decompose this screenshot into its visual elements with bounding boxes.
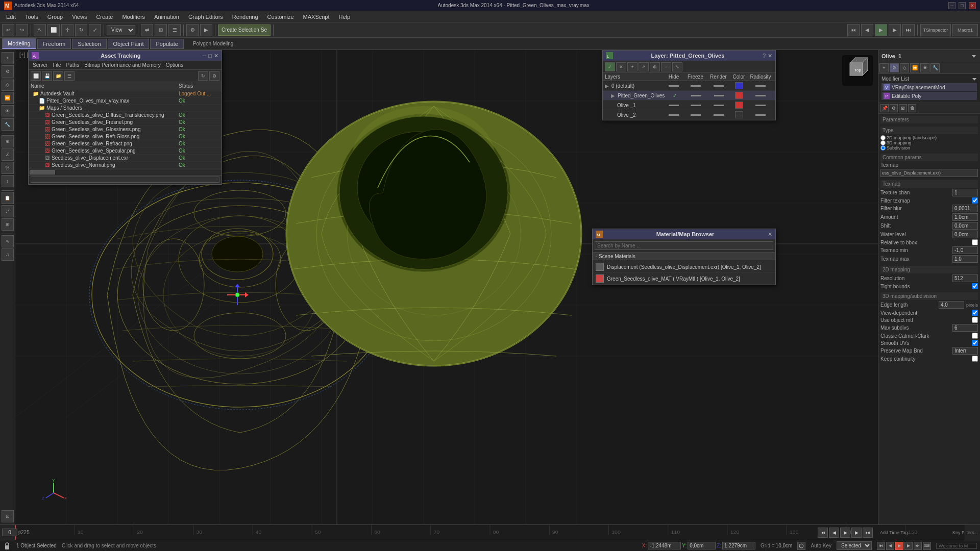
at-row-fresnel[interactable]: 🖼 Green_Seedless_olive_Fresnel.png Ok: [29, 119, 222, 126]
resolution-value[interactable]: 512: [952, 274, 978, 282]
at-row-glossiness[interactable]: 🖼 Green_Seedless_olive_Glossiness.png Ok: [29, 126, 222, 133]
layer-default-color-cell[interactable]: [730, 82, 748, 89]
smooth-uvs-checkbox[interactable]: [972, 340, 978, 346]
edge-length-value[interactable]: 4,0: [939, 301, 964, 309]
macro1-button[interactable]: Macro1: [952, 24, 978, 36]
minimize-button[interactable]: ─: [948, 2, 955, 9]
close-button[interactable]: ✕: [969, 2, 976, 9]
modifier-vray[interactable]: V VRayDisplacementMod: [881, 83, 977, 91]
relative-bbox-checkbox[interactable]: [972, 239, 978, 245]
selected-dropdown[interactable]: Selected All None: [837, 541, 872, 550]
display-tab[interactable]: 👁: [920, 63, 929, 72]
at-row-specular[interactable]: 🖼 Green_Seedless_olive_Specular.png Ok: [29, 147, 222, 155]
at-row-normal[interactable]: 🖼 Seedless_olive_Normal.png Ok: [29, 162, 222, 169]
playback-prev-button[interactable]: ◀: [861, 24, 873, 36]
at-btn-2[interactable]: 💾: [42, 71, 52, 81]
status-prev-button[interactable]: ◀: [886, 542, 894, 550]
layer-manager-close[interactable]: ✕: [768, 53, 772, 59]
status-next-button[interactable]: ▶: [904, 542, 913, 550]
playback-next-button[interactable]: ▶: [889, 24, 901, 36]
menu-modifiers[interactable]: Modifiers: [118, 13, 149, 21]
viewport[interactable]: [+] [Orthographic] [Shaded + Edged Faces…: [15, 50, 878, 524]
at-menu-paths[interactable]: Paths: [64, 62, 82, 68]
create-tab[interactable]: +: [879, 63, 889, 72]
layer-olive2-color-cell[interactable]: [730, 111, 748, 118]
type-3d-radio[interactable]: [880, 140, 886, 145]
status-play-button[interactable]: ▶: [895, 542, 903, 550]
y-coord[interactable]: 0,0cm: [688, 542, 716, 549]
select-move-button[interactable]: ✛: [61, 24, 74, 36]
at-row-displacement[interactable]: 🖼 Seedless_olive_Displacement.exr Ok: [29, 155, 222, 162]
asset-tracking-title-bar[interactable]: A Asset Tracking ─ □ ✕: [29, 51, 222, 61]
modify-tab[interactable]: ⚙: [890, 63, 899, 72]
tab-populate[interactable]: Populate: [150, 39, 183, 49]
array-button[interactable]: ⊞: [2, 218, 14, 231]
curve-editor-button[interactable]: ∿: [2, 235, 14, 247]
material-vray[interactable]: Green_Seedless_olive_MAT ( VRayMtl ) [Ol…: [593, 273, 775, 285]
max-subdivs-value[interactable]: 6: [952, 324, 978, 332]
use-object-mtl-checkbox[interactable]: [972, 317, 978, 323]
at-row-maps[interactable]: 📁 Maps / Shaders: [29, 105, 222, 112]
menu-create[interactable]: Create: [92, 13, 117, 21]
texmap-min-value[interactable]: -1,0: [952, 246, 978, 254]
at-row-vault[interactable]: 📁 Autodesk Vault Logged Out ...: [29, 90, 222, 97]
texmap-value[interactable]: ess_olive_Displacement.exr): [880, 169, 978, 177]
material-browser-title-bar[interactable]: M Material/Map Browser ✕: [593, 229, 775, 239]
undo-button[interactable]: ↩: [2, 24, 14, 36]
texture-chan-value[interactable]: 1: [952, 189, 978, 196]
at-btn-settings[interactable]: ⚙: [209, 71, 219, 81]
lm-btn-delete[interactable]: ✕: [616, 62, 626, 71]
filter-blur-value[interactable]: 0,0001: [952, 205, 978, 212]
modifier-dropdown-icon[interactable]: [972, 77, 977, 82]
window-controls[interactable]: ─ □ ✕: [948, 2, 976, 9]
motion-panel-button[interactable]: ⏩: [2, 92, 14, 104]
viewport-layout-button[interactable]: ⊡: [2, 510, 14, 522]
asset-tracking-minimize[interactable]: ─: [203, 53, 207, 59]
playback-first-button[interactable]: ⏮: [847, 24, 860, 36]
lm-btn-add[interactable]: +: [627, 62, 638, 71]
status-last-button[interactable]: ⏭: [914, 542, 922, 550]
menu-rendering[interactable]: Rendering: [228, 13, 262, 21]
named-selection-button[interactable]: 📋: [2, 192, 14, 204]
menu-customize[interactable]: Customize: [263, 13, 298, 21]
tsinspector-button[interactable]: TSInspector: [920, 24, 951, 36]
angle-snap-button[interactable]: ∠: [2, 148, 14, 161]
scale-button[interactable]: ⤢: [89, 24, 101, 36]
material-search-input[interactable]: [595, 241, 773, 250]
snap-magnet-icon[interactable]: [797, 542, 805, 550]
keep-continuity-checkbox[interactable]: [972, 356, 978, 362]
render-button[interactable]: ▶: [200, 24, 212, 36]
lm-btn-select-obj[interactable]: ↗: [639, 62, 649, 71]
goto-start-button[interactable]: ⏮: [818, 528, 828, 538]
tab-object-paint[interactable]: Object Paint: [108, 39, 150, 49]
at-btn-3[interactable]: 📁: [53, 71, 63, 81]
create-selection-button[interactable]: Create Selection Se: [218, 24, 271, 36]
status-key-filters-button[interactable]: ⌨: [923, 542, 931, 550]
layer-default[interactable]: ▶ 0 (default): [603, 81, 775, 91]
at-btn-refresh[interactable]: ↻: [198, 71, 208, 81]
hierarchy-tab[interactable]: ◇: [900, 63, 909, 72]
menu-maxscript[interactable]: MAXScript: [299, 13, 334, 21]
render-setup-button[interactable]: ⚙: [186, 24, 199, 36]
lm-btn-move-to[interactable]: →: [661, 62, 671, 71]
at-menu-file[interactable]: File: [51, 62, 63, 68]
at-row-refrgloss[interactable]: 🖼 Green_Seedless_olive_Refr.Gloss.png Ok: [29, 133, 222, 140]
menu-graph-editors[interactable]: Graph Editors: [184, 13, 227, 21]
layer-olive2[interactable]: Olive _2: [603, 110, 775, 120]
orientation-cube[interactable]: Top: [842, 55, 873, 86]
filter-texmap-checkbox[interactable]: [972, 197, 978, 204]
modifier-poly[interactable]: P Editable Poly: [881, 92, 977, 100]
view-dependent-checkbox[interactable]: [972, 310, 978, 316]
rotate-button[interactable]: ↻: [75, 24, 87, 36]
menu-help[interactable]: Help: [335, 13, 355, 21]
asset-tracking-close[interactable]: ✕: [214, 53, 218, 59]
layer-pitted[interactable]: ▶ Pitted_Green_Olives ✓: [603, 91, 775, 101]
at-row-refract[interactable]: 🖼 Green_Seedless_olive_Refract.png Ok: [29, 140, 222, 147]
layer-pitted-color-cell[interactable]: [730, 92, 748, 99]
classic-catmull-checkbox[interactable]: [972, 333, 978, 339]
material-browser-close[interactable]: ✕: [768, 231, 772, 238]
dope-sheet-button[interactable]: ♫: [2, 248, 14, 261]
create-panel-button[interactable]: +: [2, 52, 14, 64]
asset-tracking-restore[interactable]: □: [208, 53, 212, 59]
make-unique-button[interactable]: ⊠: [899, 104, 907, 112]
